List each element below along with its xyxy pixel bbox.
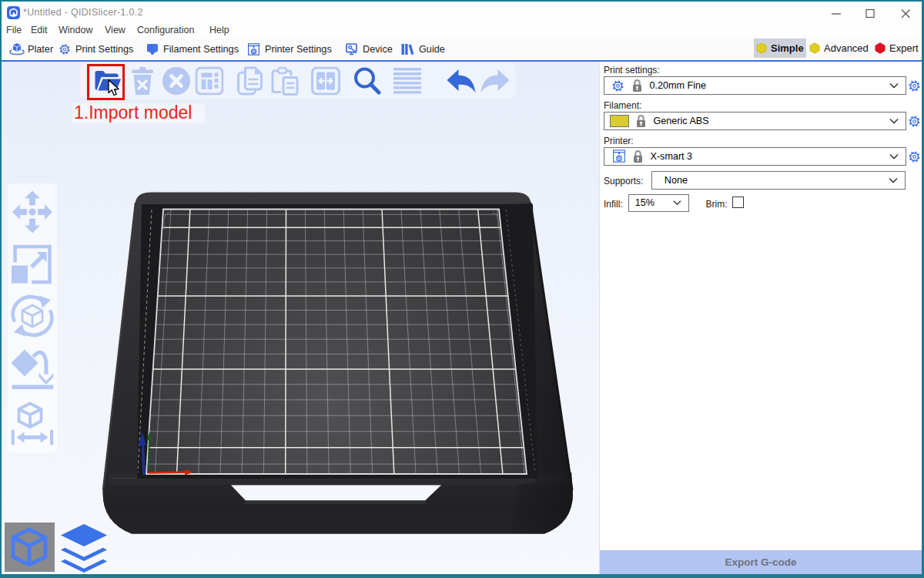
- tab-label: Printer Settings: [265, 44, 332, 55]
- mode-hexagon-icon: [875, 42, 886, 54]
- combo-printer-wrap: [613, 150, 625, 163]
- mouse-cursor-icon: [108, 79, 123, 98]
- window-title: *Untitled - QIDISlicer-1.0.2: [23, 2, 143, 23]
- supports-value: None: [665, 175, 688, 186]
- copy-icon: [237, 66, 266, 96]
- toolbar-delete-button[interactable]: [130, 66, 155, 96]
- mode-label: Advanced: [824, 42, 869, 54]
- supports-label: Supports:: [604, 176, 643, 187]
- brim-checkbox[interactable]: [732, 197, 744, 208]
- mode-simple[interactable]: Simple: [756, 39, 804, 58]
- device-tab-icon: [346, 43, 359, 55]
- lock-icon: [635, 114, 647, 128]
- tab-guide[interactable]: Guide: [401, 39, 445, 59]
- brim-label: Brim:: [706, 199, 728, 210]
- menu-view[interactable]: View: [105, 23, 126, 39]
- tab-plater[interactable]: Plater: [9, 39, 53, 59]
- side-scale-button[interactable]: [12, 244, 53, 289]
- toolbar-arrange-button[interactable]: [196, 66, 224, 95]
- supports-combo[interactable]: None: [651, 171, 906, 190]
- redo-icon: [480, 69, 510, 92]
- toolbar-search-button[interactable]: [353, 66, 382, 96]
- tab-label: Filament Settings: [163, 44, 239, 55]
- viewport-3d[interactable]: 1.Import model: [2, 62, 600, 574]
- infill-label: Infill:: [604, 199, 623, 210]
- menu-edit[interactable]: Edit: [31, 23, 48, 39]
- preview-layers-icon: [60, 524, 108, 573]
- toolbar-split-button[interactable]: [311, 66, 340, 95]
- guide-tab-icon: [401, 43, 414, 55]
- combo-lock-wrap: [635, 114, 647, 128]
- mouse-cursor: [108, 79, 123, 101]
- arrange-icon: [196, 66, 224, 95]
- close-button[interactable]: [902, 10, 910, 18]
- filament-value: Generic ABS: [654, 116, 709, 126]
- combo-lock-wrap: [631, 79, 643, 92]
- infill-combo[interactable]: 15%: [628, 194, 690, 213]
- combo-chevron: [673, 200, 681, 206]
- menu-help[interactable]: Help: [209, 23, 229, 39]
- toolbar-undo-button[interactable]: [447, 69, 476, 92]
- tab-label: Device: [363, 44, 393, 55]
- tab-label: Guide: [419, 44, 445, 55]
- build-plate-3d: [2, 62, 600, 574]
- tab-label: Plater: [28, 44, 53, 55]
- printer-gear-button[interactable]: [909, 151, 920, 163]
- menu-bar: File Edit Window View Configuration Help: [0, 23, 924, 39]
- move-icon: [12, 191, 52, 234]
- combo-chevron: [889, 153, 899, 159]
- combo-gear-wrap: [612, 80, 624, 92]
- side-place-on-face-button[interactable]: [12, 347, 54, 395]
- combo-chevron: [889, 118, 899, 123]
- search-icon: [353, 66, 382, 96]
- toolbar-paste-button[interactable]: [270, 66, 300, 96]
- scale-icon: [12, 244, 53, 286]
- chevron-down-icon: [889, 178, 898, 183]
- rotate-icon: [11, 294, 54, 338]
- window-border-top: [0, 0, 924, 2]
- export-gcode-button[interactable]: Export G-code: [600, 550, 922, 574]
- mode-advanced[interactable]: Advanced: [809, 39, 869, 58]
- menu-file[interactable]: File: [6, 23, 22, 39]
- side-measure-button[interactable]: [12, 402, 54, 449]
- printer-combo[interactable]: X-smart 3: [604, 147, 906, 166]
- plater-tab-icon: [9, 42, 25, 55]
- menu-configuration[interactable]: Configuration: [137, 23, 194, 39]
- chevron-down-icon: [673, 200, 681, 206]
- undo-icon: [447, 69, 476, 92]
- tab-filament-settings[interactable]: Filament Settings: [146, 39, 239, 59]
- tab-device[interactable]: Device: [346, 39, 393, 59]
- lock-icon: [632, 150, 644, 163]
- tab-printer-settings[interactable]: Printer Settings: [248, 39, 332, 59]
- filament-combo[interactable]: Generic ABS: [604, 112, 906, 130]
- print-settings-gear-button[interactable]: [909, 80, 920, 92]
- delete-icon: [130, 66, 155, 96]
- tab-print-settings[interactable]: Print Settings: [59, 39, 133, 59]
- mode-label: Simple: [771, 42, 804, 54]
- maximize-button[interactable]: [866, 10, 874, 18]
- toolbar-redo-button[interactable]: [480, 69, 510, 92]
- mode-expert[interactable]: Expert: [875, 39, 919, 58]
- side-rotate-button[interactable]: [11, 294, 54, 341]
- toolbar-delete-all-button[interactable]: [162, 66, 191, 96]
- window-border-left: [0, 0, 2, 578]
- print-settings-label: Print settings:: [604, 65, 660, 76]
- lock-icon: [631, 79, 643, 92]
- menu-window[interactable]: Window: [59, 23, 92, 39]
- print-settings-tab-icon: [59, 44, 70, 55]
- mode-label: Expert: [889, 42, 919, 54]
- toolbar-layer-height-button[interactable]: [393, 67, 421, 95]
- toolbar-copy-button[interactable]: [237, 66, 266, 96]
- chevron-down-icon: [889, 83, 899, 89]
- print-settings-combo[interactable]: 0.20mm Fine: [604, 76, 906, 95]
- 3d-editor-view-icon: [9, 527, 49, 567]
- delete-all-icon: [162, 66, 191, 96]
- filament-settings-tab-icon: [146, 43, 159, 55]
- view-toggle-preview[interactable]: [60, 524, 108, 572]
- settings-panel: Print settings: 0.20mm Fine Filament: Ge…: [600, 62, 922, 574]
- side-move-button[interactable]: [12, 191, 52, 237]
- view-toggle-3d-editor[interactable]: [5, 523, 55, 572]
- printer-icon: [613, 150, 625, 163]
- filament-gear-button[interactable]: [909, 116, 920, 127]
- gear-icon: [612, 80, 624, 92]
